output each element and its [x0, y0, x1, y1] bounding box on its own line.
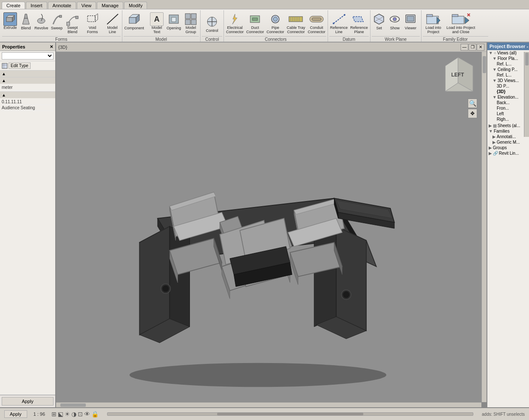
- sweep-button[interactable]: Sweep: [50, 11, 64, 31]
- electrical-connector-button[interactable]: ElectricalConnector: [225, 11, 245, 35]
- svg-rect-19: [185, 20, 190, 25]
- section-dimensions-header[interactable]: ▲: [0, 77, 55, 84]
- tree-item-3d-current[interactable]: {3D}: [487, 89, 529, 94]
- tab-view[interactable]: View: [77, 2, 96, 9]
- status-icon-crop[interactable]: ⊡: [78, 411, 83, 417]
- edit-type-button[interactable]: Edit Type: [8, 62, 31, 69]
- pan-btn[interactable]: ✥: [468, 109, 477, 118]
- tree-item-elevations[interactable]: ▼Elevation...: [487, 94, 529, 100]
- revolve-button[interactable]: Revolve: [34, 11, 49, 31]
- svg-marker-86: [314, 227, 336, 327]
- viewer-button[interactable]: Viewer: [403, 11, 418, 31]
- section-other-header[interactable]: ▲: [0, 92, 55, 98]
- tab-annotate[interactable]: Annotate: [48, 2, 76, 9]
- viewport-close-btn[interactable]: ✕: [477, 44, 484, 51]
- void-forms-button[interactable]: VoidForms: [85, 11, 101, 35]
- svg-rect-55: [2, 63, 7, 68]
- conduit-connector-button[interactable]: ConduitConnector: [307, 11, 326, 35]
- pipe-connector-button[interactable]: PipeConnector: [266, 11, 285, 35]
- status-icons: ⊞ ⬕ ☀ ◑ ⊡ 👁 🔒: [51, 411, 99, 417]
- param-meter: meter: [2, 85, 54, 91]
- model-line-button[interactable]: ModelLine: [105, 11, 121, 35]
- tab-create[interactable]: Create: [2, 2, 25, 9]
- tree-item-views[interactable]: ▼○Views (all): [487, 50, 529, 56]
- tree-item-ref1[interactable]: Ref. L...: [487, 61, 529, 67]
- svg-point-102: [162, 285, 169, 292]
- load-project-close-button[interactable]: Load into Projectand Close: [446, 11, 476, 35]
- viewport-restore-btn[interactable]: ❐: [469, 44, 476, 51]
- tree-item-back[interactable]: Back...: [487, 100, 529, 105]
- model-line-label: ModelLine: [107, 26, 118, 34]
- tree-item-floor-plans[interactable]: ▼Floor Pla...: [487, 56, 529, 61]
- svg-rect-48: [427, 14, 433, 17]
- nav-cube-svg: LEFT: [439, 55, 477, 94]
- control-button[interactable]: Control: [204, 14, 221, 34]
- section-parameter-header[interactable]: ▲: [0, 71, 55, 77]
- cable-tray-connector-button[interactable]: Cable TrayConnector: [286, 11, 306, 35]
- viewport-vscroll[interactable]: [481, 52, 487, 402]
- set-button[interactable]: Set: [372, 11, 387, 31]
- pipe-connector-label: PipeConnector: [266, 26, 284, 34]
- status-icon-shadows[interactable]: ◑: [71, 411, 76, 417]
- svg-marker-39: [353, 17, 363, 22]
- status-apply-button[interactable]: Apply: [4, 410, 27, 418]
- blend-button[interactable]: Blend: [19, 11, 33, 31]
- revolve-label: Revolve: [34, 26, 48, 30]
- tree-item-sheets[interactable]: ▶▦Sheets (al...: [487, 123, 529, 128]
- filter-select[interactable]: [2, 52, 54, 60]
- viewport-minimize-btn[interactable]: —: [461, 44, 468, 51]
- swept-blend-button[interactable]: SweptBlend: [65, 11, 81, 35]
- model-group-button[interactable]: ModelGroup: [183, 11, 199, 35]
- apply-button[interactable]: Apply: [2, 397, 54, 406]
- status-icon-render[interactable]: ⬕: [58, 411, 63, 417]
- zoom-in-btn[interactable]: 🔍: [468, 99, 477, 108]
- duct-connector-button[interactable]: DuctConnector: [246, 11, 265, 35]
- properties-close-button[interactable]: ×: [50, 44, 53, 49]
- tab-insert[interactable]: Insert: [26, 2, 47, 9]
- svg-marker-68: [139, 227, 170, 335]
- tree-item-groups[interactable]: ▶Groups: [487, 145, 529, 150]
- panel-scrollbar[interactable]: [524, 52, 529, 137]
- section-dimensions: ▲ meter: [0, 77, 55, 92]
- tree-item-3d-views[interactable]: ▼3D Views...: [487, 78, 529, 83]
- tree-item-ceiling-plans[interactable]: ▼Ceiling P...: [487, 67, 529, 72]
- status-scale: 1 : 96: [34, 411, 45, 417]
- reference-plane-button[interactable]: ReferencePlane: [349, 11, 369, 35]
- tab-modify[interactable]: Modify: [124, 2, 147, 9]
- nav-cube-area[interactable]: LEFT: [439, 55, 477, 94]
- svg-point-27: [273, 17, 277, 21]
- tree-item-ref2[interactable]: Ref. L...: [487, 72, 529, 78]
- tree-item-3dp[interactable]: 3D P...: [487, 83, 529, 89]
- opening-button[interactable]: Opening: [166, 11, 182, 31]
- family-editor-group-label: Family Editor: [423, 36, 488, 42]
- status-icon-visible[interactable]: 👁: [84, 411, 90, 417]
- status-bar: Apply 1 : 96 ⊞ ⬕ ☀ ◑ ⊡ 👁 🔒 adds: SHIFT u…: [0, 407, 529, 420]
- properties-title: Properties: [2, 44, 25, 49]
- tree-item-revit-links[interactable]: ▶🔗Revit Lin...: [487, 150, 529, 156]
- load-into-project-button[interactable]: Load intoProject: [423, 11, 444, 35]
- status-icon-grid[interactable]: ⊞: [51, 411, 57, 417]
- svg-point-104: [343, 292, 349, 298]
- status-icon-sun[interactable]: ☀: [65, 411, 70, 417]
- extrusion-button[interactable]: Extrude: [2, 11, 18, 31]
- tree-item-front[interactable]: Fron...: [487, 105, 529, 111]
- svg-rect-46: [407, 16, 414, 21]
- section-parameter: ▲: [0, 71, 55, 77]
- show-label: Show: [390, 26, 400, 30]
- svg-rect-12: [129, 17, 136, 23]
- viewport-hscroll[interactable]: [56, 402, 481, 407]
- model-text-button[interactable]: A ModelText: [149, 11, 165, 35]
- viewport: {3D} — ❐ ✕: [56, 43, 487, 407]
- viewport-nav-buttons: 🔍 ✥: [468, 99, 477, 118]
- tree-item-annotations[interactable]: ▶Annotati...: [487, 134, 529, 139]
- show-button[interactable]: Show: [388, 11, 402, 31]
- component-button[interactable]: Component: [124, 11, 145, 31]
- tab-manage[interactable]: Manage: [97, 2, 123, 9]
- status-icon-lock[interactable]: 🔒: [91, 411, 99, 417]
- svg-marker-69: [170, 227, 190, 327]
- tree-item-families[interactable]: ▼Families: [487, 128, 529, 134]
- tree-item-generic[interactable]: ▶Generic M...: [487, 139, 529, 145]
- reference-line-button[interactable]: ReferenceLine: [329, 11, 349, 35]
- tree-item-left[interactable]: Left: [487, 111, 529, 116]
- tree-item-right[interactable]: Righ...: [487, 116, 529, 122]
